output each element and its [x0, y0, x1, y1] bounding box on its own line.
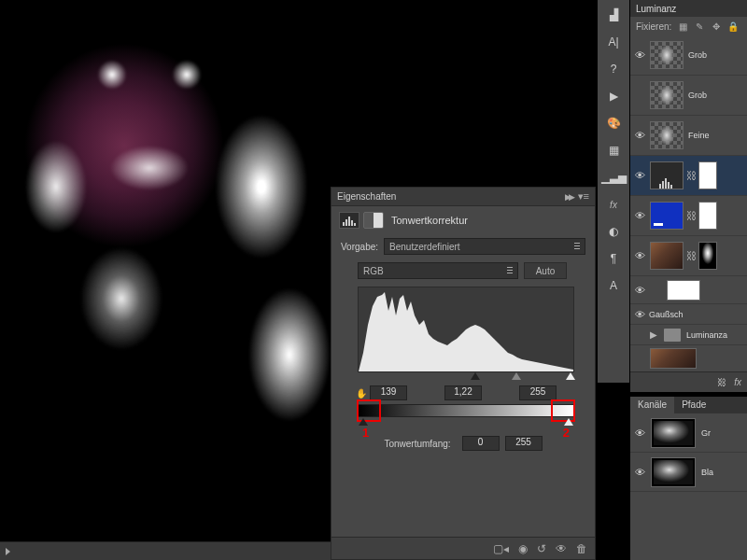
- gamma-slider[interactable]: [512, 372, 521, 380]
- levels-adjustment-icon[interactable]: [339, 212, 359, 229]
- output-white-slider[interactable]: [564, 418, 573, 426]
- visibility-toggle[interactable]: 👁: [632, 210, 647, 221]
- link-icon[interactable]: ⛓: [686, 210, 696, 221]
- channel-dropdown[interactable]: RGB: [358, 262, 518, 279]
- swatch-icon[interactable]: ▦: [600, 138, 627, 162]
- link-icon[interactable]: ⛓: [686, 250, 696, 261]
- tab-paths[interactable]: Pfade: [674, 397, 713, 413]
- visibility-icon[interactable]: 👁: [556, 542, 567, 555]
- preset-label: Vorgabe:: [341, 242, 378, 252]
- visibility-toggle[interactable]: 👁: [632, 467, 647, 478]
- histogram-tool-icon[interactable]: ▟: [600, 3, 627, 27]
- fx-icon[interactable]: fx: [600, 192, 627, 217]
- auto-button[interactable]: Auto: [524, 262, 567, 279]
- lock-pixels-icon[interactable]: ▦: [677, 21, 688, 32]
- levels-icon[interactable]: ▁▃▅: [600, 165, 627, 189]
- channel-row[interactable]: 👁 Bla: [630, 453, 747, 492]
- channel-name[interactable]: Bla: [701, 468, 713, 477]
- output-black-slider[interactable]: [359, 418, 368, 426]
- output-black-field[interactable]: 0: [462, 436, 500, 451]
- histogram: [358, 287, 574, 372]
- visibility-toggle[interactable]: 👁: [632, 427, 647, 439]
- layer-row[interactable]: [630, 345, 747, 371]
- visibility-toggle[interactable]: 👁: [632, 49, 647, 61]
- mask-thumbnail[interactable]: [698, 242, 717, 270]
- collapse-icon[interactable]: ▶▶: [565, 192, 572, 202]
- visibility-toggle[interactable]: 👁: [632, 309, 647, 320]
- link-layers-icon[interactable]: ⛓: [717, 377, 726, 387]
- layer-name[interactable]: Grob: [688, 91, 707, 100]
- preset-dropdown[interactable]: Benutzerdefiniert: [384, 238, 585, 255]
- layer-row[interactable]: 👁 Feine: [630, 116, 747, 156]
- layer-row[interactable]: 👁: [630, 276, 747, 304]
- text-tool-icon[interactable]: A|: [600, 30, 627, 54]
- mask-thumbnail[interactable]: [698, 202, 717, 230]
- channel-thumbnail[interactable]: [651, 457, 696, 487]
- lock-move-icon[interactable]: ✥: [711, 21, 722, 32]
- adjust-icon[interactable]: ◐: [600, 219, 627, 244]
- expand-icon[interactable]: ▶: [650, 329, 657, 340]
- layer-row[interactable]: 👁 Gaußsch: [630, 304, 747, 325]
- layer-thumbnail[interactable]: [650, 202, 684, 230]
- mask-icon[interactable]: [363, 212, 384, 229]
- lock-label: Fixieren:: [636, 21, 671, 32]
- fx-button-icon[interactable]: fx: [734, 377, 741, 387]
- layer-thumbnail[interactable]: [650, 81, 684, 109]
- visibility-toggle[interactable]: 👁: [632, 170, 647, 181]
- tab-channels[interactable]: Kanäle: [630, 397, 674, 413]
- white-point-slider[interactable]: [566, 372, 575, 380]
- palette-icon[interactable]: 🎨: [600, 111, 627, 135]
- lock-all-icon[interactable]: 🔒: [727, 21, 739, 32]
- channel-row[interactable]: 👁 Gr: [630, 413, 747, 453]
- black-point-slider[interactable]: [471, 372, 480, 380]
- layer-row[interactable]: Grob: [630, 76, 747, 116]
- question-icon[interactable]: ?: [600, 57, 627, 81]
- reset-icon[interactable]: ↺: [537, 542, 546, 555]
- layer-group-row[interactable]: ▶ Luminanza: [630, 325, 747, 345]
- output-white-field[interactable]: 255: [505, 436, 543, 451]
- layer-row[interactable]: 👁 ⛓: [630, 196, 747, 236]
- layer-row[interactable]: 👁 Grob: [630, 35, 747, 76]
- svg-rect-6: [659, 184, 661, 189]
- visibility-toggle[interactable]: 👁: [632, 285, 647, 296]
- clip-icon[interactable]: ▢◂: [493, 542, 509, 555]
- properties-header[interactable]: Eigenschaften ▶▶ ▾≡: [331, 188, 595, 206]
- input-black-field[interactable]: 139: [370, 385, 407, 400]
- lock-brush-icon[interactable]: ✎: [694, 21, 705, 32]
- hand-icon[interactable]: ✋: [356, 388, 367, 399]
- paragraph-icon[interactable]: ¶: [600, 246, 627, 271]
- channel-name[interactable]: Gr: [701, 428, 711, 438]
- layer-row-selected[interactable]: 👁 ⛓: [630, 156, 747, 196]
- visibility-toggle[interactable]: 👁: [632, 130, 647, 141]
- layer-thumbnail[interactable]: [650, 121, 684, 149]
- visibility-toggle[interactable]: 👁: [632, 250, 647, 261]
- effect-name[interactable]: Gaußsch: [649, 310, 684, 319]
- output-label: Tonwertumfang:: [384, 439, 450, 449]
- properties-title: Eigenschaften: [337, 191, 565, 202]
- mask-thumbnail[interactable]: [698, 161, 717, 189]
- layers-header[interactable]: Luminanz: [630, 0, 747, 17]
- layer-row[interactable]: 👁 ⛓: [630, 236, 747, 276]
- channel-thumbnail[interactable]: [651, 418, 696, 448]
- input-gamma-field[interactable]: 1,22: [444, 385, 482, 400]
- adjustment-name: Tonwertkorrektur: [391, 215, 468, 226]
- char-icon[interactable]: A: [600, 273, 627, 298]
- layer-name[interactable]: Grob: [688, 50, 707, 60]
- layer-thumbnail[interactable]: [650, 242, 684, 270]
- levels-layer-thumbnail[interactable]: [650, 161, 684, 189]
- trash-icon[interactable]: 🗑: [576, 542, 587, 555]
- folder-icon[interactable]: [664, 329, 681, 342]
- output-gradient[interactable]: 1 2: [358, 404, 574, 417]
- panel-menu-icon[interactable]: ▾≡: [578, 190, 589, 203]
- layer-thumbnail[interactable]: [650, 348, 697, 369]
- input-white-field[interactable]: 255: [519, 385, 557, 400]
- link-icon[interactable]: ⛓: [686, 170, 696, 181]
- prev-state-icon[interactable]: ◉: [518, 542, 528, 555]
- layer-name[interactable]: Feine: [688, 131, 710, 140]
- group-name[interactable]: Luminanza: [686, 330, 727, 340]
- layer-thumbnail[interactable]: [650, 41, 684, 69]
- layers-footer: ⛓ fx: [630, 371, 747, 392]
- input-slider[interactable]: [358, 372, 574, 382]
- layer-thumbnail[interactable]: [667, 280, 700, 301]
- play-icon[interactable]: ▶: [600, 84, 627, 108]
